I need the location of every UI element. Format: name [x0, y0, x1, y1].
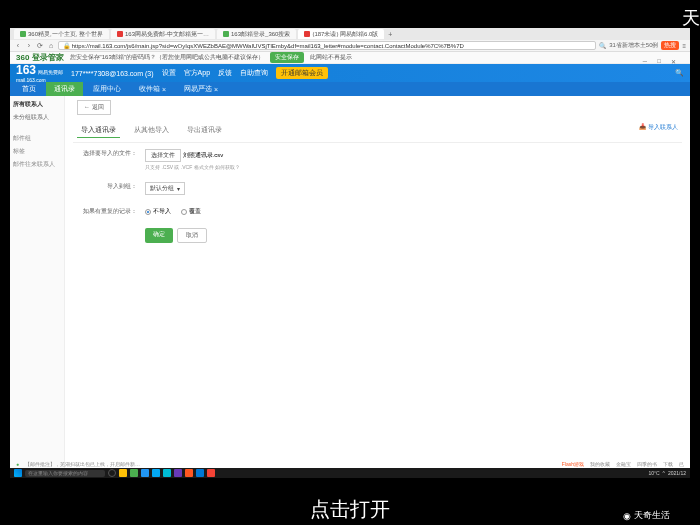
radio-skip[interactable]: 不导入: [145, 207, 171, 216]
group-row: 导入到组： 默认分组 ▾: [73, 176, 682, 201]
mail-nav: 首页 通讯录 应用中心 收件箱 × 网易严选 ×: [10, 82, 690, 96]
nav-tab-home[interactable]: 首页: [14, 82, 44, 96]
header-search-icon[interactable]: 🔍: [675, 69, 684, 77]
watermark-bottom: ◉ 天奇生活: [623, 509, 670, 522]
taskbar-app-icon[interactable]: [163, 469, 171, 477]
home-icon[interactable]: ⌂: [47, 42, 55, 50]
taskbar-search[interactable]: 在这里输入你要搜索的内容: [25, 470, 105, 477]
security-logo: 360 登录管家: [16, 52, 64, 63]
footer-link[interactable]: 金融宝: [616, 461, 631, 467]
upgrade-button[interactable]: 开通邮箱会员: [276, 67, 328, 79]
footer-link[interactable]: 已: [679, 461, 684, 467]
sidebar-item[interactable]: 标签: [13, 145, 61, 158]
sub-tab-export[interactable]: 导出通讯录: [183, 123, 226, 138]
sidebar-item[interactable]: 邮件往来联系人: [13, 158, 61, 171]
radio-icon: [145, 209, 151, 215]
taskbar-app-icon[interactable]: [141, 469, 149, 477]
taskbar-app-icon[interactable]: [185, 469, 193, 477]
cancel-button[interactable]: 取消: [177, 228, 207, 243]
cortana-icon[interactable]: [108, 469, 116, 477]
security-bar: 360 登录管家 您安全保存"163邮箱"的密码吗？（若您使用网吧或公共电脑不建…: [10, 52, 690, 64]
nav-tab-contacts[interactable]: 通讯录: [46, 82, 83, 96]
taskbar-app-icon[interactable]: [130, 469, 138, 477]
close-button[interactable]: ✕: [666, 56, 680, 66]
footer-link[interactable]: 我的收藏: [590, 461, 610, 467]
search-icon[interactable]: 🔍: [599, 42, 606, 49]
group-select[interactable]: 默认分组 ▾: [145, 182, 185, 195]
close-icon[interactable]: ×: [162, 86, 166, 93]
radio-icon: [181, 209, 187, 215]
favicon-icon: [20, 31, 26, 37]
chevron-down-icon: ▾: [177, 185, 180, 192]
button-row: 确定 取消: [73, 222, 682, 249]
header-menu-item[interactable]: 官方App: [184, 68, 210, 78]
header-menu-item[interactable]: 自助查询: [240, 68, 268, 78]
eye-icon: ◉: [623, 511, 631, 521]
taskbar: 在这里输入你要搜索的内容 10°C ^ 2021/12: [10, 468, 690, 478]
browser-tab-active[interactable]: (187未读) 网易邮箱6.0版: [298, 29, 384, 39]
nav-tab-inbox[interactable]: 收件箱 ×: [131, 82, 174, 96]
footer-link[interactable]: 四季的书: [637, 461, 657, 467]
header-menu-item[interactable]: 反馈: [218, 68, 232, 78]
sub-tab-bar: 导入通讯录 从其他导入 导出通讯录 📥 导入联系人: [73, 119, 682, 143]
footer-link[interactable]: Flash游戏: [562, 461, 584, 467]
account-label[interactable]: 177****7308@163.com (3): [71, 70, 154, 77]
reload-icon[interactable]: ⟳: [36, 42, 44, 50]
url-input[interactable]: 🔒 https://mail.163.com/js6/main.jsp?sid=…: [58, 41, 596, 50]
weather[interactable]: 10°C: [648, 470, 659, 476]
minimize-button[interactable]: ─: [638, 56, 652, 66]
sidebar: 所有联系人 未分组联系人 邮件组 标签 邮件往来联系人: [10, 96, 65, 478]
file-label: 选择要导入的文件：: [77, 149, 137, 158]
header-menu-item[interactable]: 设置: [162, 68, 176, 78]
nav-tab-yanxuan[interactable]: 网易严选 ×: [176, 82, 226, 96]
favicon-icon: [117, 31, 123, 37]
save-password-button[interactable]: 安全保存: [270, 52, 304, 63]
menu-icon[interactable]: ≡: [682, 43, 686, 49]
radio-overwrite[interactable]: 覆盖: [181, 207, 201, 216]
search-hint[interactable]: 31省新增本土50例: [609, 41, 658, 50]
watermark-top: 天: [682, 6, 700, 30]
taskbar-app-icon[interactable]: [174, 469, 182, 477]
browser-tab[interactable]: 163邮箱登录_360搜索: [217, 29, 296, 39]
browser-tab[interactable]: 163网易免费邮-中文邮箱第一…: [111, 29, 215, 39]
sub-tab-import[interactable]: 导入通讯录: [77, 123, 120, 138]
forward-icon[interactable]: ›: [25, 42, 33, 50]
taskbar-app-icon[interactable]: [152, 469, 160, 477]
nav-tab-apps[interactable]: 应用中心: [85, 82, 129, 96]
footer-link[interactable]: 下载: [663, 461, 673, 467]
taskbar-app-icon[interactable]: [207, 469, 215, 477]
back-button[interactable]: ← 返回: [77, 100, 111, 115]
hide-prompt-button[interactable]: 此网站不再提示: [310, 53, 352, 62]
sidebar-unfiled[interactable]: 未分组联系人: [13, 113, 61, 122]
caption: 点击打开: [310, 496, 390, 523]
file-hint: 只支持 .CSV 或 .VCF 格式文件 如何获取？: [145, 164, 678, 170]
word-icon[interactable]: [196, 469, 204, 477]
back-icon[interactable]: ‹: [14, 42, 22, 50]
content-area: 所有联系人 未分组联系人 邮件组 标签 邮件往来联系人 ← 返回 导入通讯录 从…: [10, 96, 690, 478]
sub-tab-other[interactable]: 从其他导入: [130, 123, 173, 138]
main-panel: ← 返回 导入通讯录 从其他导入 导出通讯录 📥 导入联系人 选择要导入的文件：…: [65, 96, 690, 478]
status-text: 【邮件批注】，芜湖扫就出包已上线，开启邮件新…: [25, 461, 140, 467]
status-dot: ●: [16, 461, 19, 467]
import-link[interactable]: 📥 导入联系人: [639, 123, 678, 138]
tray-icon[interactable]: ^: [663, 470, 665, 476]
browser-tab[interactable]: 360精灵,一个主页, 整个世界: [14, 29, 109, 39]
start-button[interactable]: [14, 469, 22, 477]
status-bar: ● 【邮件批注】，芜湖扫就出包已上线，开启邮件新… Flash游戏 我的收藏 金…: [10, 460, 690, 468]
maximize-button[interactable]: □: [652, 56, 666, 66]
date-label: 2021/12: [668, 470, 686, 476]
new-tab-button[interactable]: +: [386, 30, 394, 38]
confirm-button[interactable]: 确定: [145, 228, 173, 243]
file-row: 选择要导入的文件： 选择文件 刘照通讯录.csv 只支持 .CSV 或 .VCF…: [73, 143, 682, 176]
browser-tab-strip: 360精灵,一个主页, 整个世界 163网易免费邮-中文邮箱第一… 163邮箱登…: [10, 28, 690, 40]
sidebar-all-contacts[interactable]: 所有联系人: [13, 100, 61, 109]
choose-file-button[interactable]: 选择文件: [145, 149, 181, 162]
hot-badge[interactable]: 热搜: [661, 41, 679, 50]
taskbar-app-icon[interactable]: [119, 469, 127, 477]
duplicate-row: 如果有重复的记录： 不导入 覆盖: [73, 201, 682, 222]
favicon-icon: [304, 31, 310, 37]
sidebar-item[interactable]: 邮件组: [13, 132, 61, 145]
security-text: 您安全保存"163邮箱"的密码吗？（若您使用网吧或公共电脑不建议保存）: [70, 53, 264, 62]
close-icon[interactable]: ×: [214, 86, 218, 93]
group-label: 导入到组：: [77, 182, 137, 191]
